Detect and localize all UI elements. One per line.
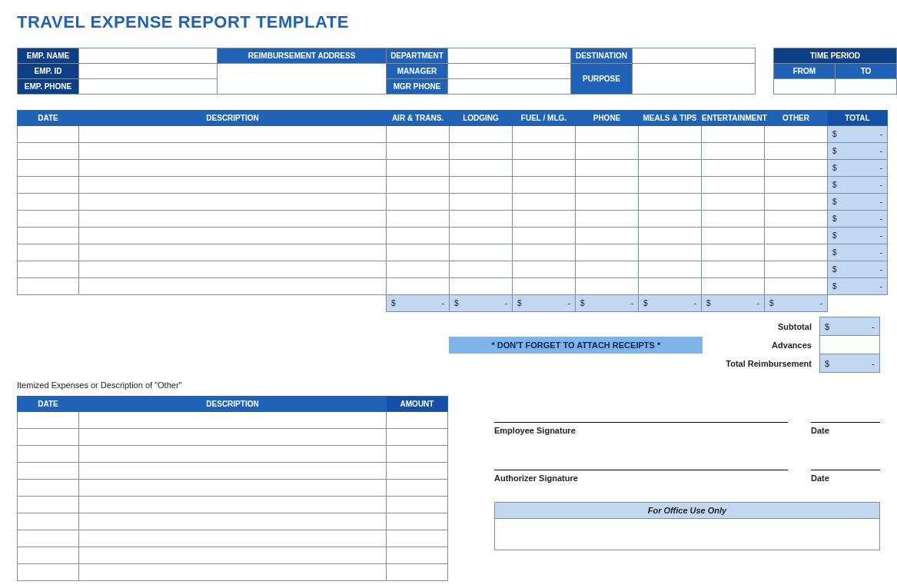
expense-cell[interactable]: [79, 160, 387, 177]
other-cell[interactable]: [18, 564, 79, 581]
authorizer-signature-line[interactable]: Authorizer Signature: [494, 470, 788, 483]
to-field[interactable]: [836, 79, 897, 95]
destination-field[interactable]: [633, 48, 756, 64]
other-cell[interactable]: [18, 530, 79, 547]
expense-cell[interactable]: [513, 244, 576, 261]
other-cell[interactable]: [79, 412, 387, 429]
other-cell[interactable]: [79, 513, 387, 530]
employee-signature-line[interactable]: Employee Signature: [494, 422, 788, 435]
expense-cell[interactable]: [702, 177, 765, 194]
other-cell[interactable]: [18, 446, 79, 463]
expense-cell[interactable]: [387, 261, 450, 278]
expense-cell[interactable]: [765, 261, 828, 278]
expense-cell[interactable]: [639, 143, 702, 160]
expense-cell[interactable]: [450, 278, 513, 295]
emp-phone-field[interactable]: [79, 79, 218, 95]
expense-cell[interactable]: [387, 211, 450, 228]
expense-cell[interactable]: [18, 126, 79, 143]
expense-cell[interactable]: [702, 126, 765, 143]
expense-cell[interactable]: [79, 194, 387, 211]
other-cell[interactable]: [79, 446, 387, 463]
other-cell[interactable]: [387, 513, 448, 530]
other-cell[interactable]: [18, 513, 79, 530]
employee-sig-date-line[interactable]: Date: [811, 422, 880, 435]
expense-cell[interactable]: [450, 244, 513, 261]
other-cell[interactable]: [18, 497, 79, 513]
emp-name-field[interactable]: [79, 48, 218, 64]
other-cell[interactable]: [387, 412, 448, 429]
expense-cell[interactable]: [513, 143, 576, 160]
expense-cell[interactable]: [576, 194, 639, 211]
expense-cell[interactable]: [576, 143, 639, 160]
other-cell[interactable]: [18, 480, 79, 497]
expense-cell[interactable]: [387, 244, 450, 261]
expense-cell[interactable]: [765, 143, 828, 160]
expense-cell[interactable]: [765, 194, 828, 211]
expense-cell[interactable]: [639, 194, 702, 211]
expense-cell[interactable]: [450, 177, 513, 194]
from-field[interactable]: [774, 79, 836, 95]
department-field[interactable]: [448, 48, 571, 64]
expense-cell[interactable]: [639, 160, 702, 177]
expense-cell[interactable]: [79, 228, 387, 244]
expense-cell[interactable]: [18, 211, 79, 228]
expense-cell[interactable]: [576, 261, 639, 278]
expense-cell[interactable]: [576, 126, 639, 143]
other-cell[interactable]: [79, 530, 387, 547]
expense-cell[interactable]: [450, 194, 513, 211]
expense-cell[interactable]: [387, 126, 450, 143]
expense-cell[interactable]: [18, 177, 79, 194]
expense-cell[interactable]: [387, 194, 450, 211]
other-cell[interactable]: [387, 446, 448, 463]
reimb-address-field[interactable]: [218, 64, 387, 95]
expense-cell[interactable]: [387, 160, 450, 177]
authorizer-sig-date-line[interactable]: Date: [811, 470, 880, 483]
expense-cell[interactable]: [639, 261, 702, 278]
expense-cell[interactable]: [576, 160, 639, 177]
expense-cell[interactable]: [513, 194, 576, 211]
expense-cell[interactable]: [513, 177, 576, 194]
expense-cell[interactable]: [639, 278, 702, 295]
mgr-phone-field[interactable]: [448, 79, 571, 95]
emp-id-field[interactable]: [79, 64, 218, 79]
other-cell[interactable]: [79, 564, 387, 581]
expense-cell[interactable]: [18, 228, 79, 244]
other-cell[interactable]: [387, 480, 448, 497]
other-cell[interactable]: [18, 547, 79, 564]
expense-cell[interactable]: [513, 278, 576, 295]
expense-cell[interactable]: [765, 177, 828, 194]
expense-cell[interactable]: [702, 143, 765, 160]
expense-cell[interactable]: [576, 244, 639, 261]
expense-cell[interactable]: [450, 160, 513, 177]
expense-cell[interactable]: [79, 261, 387, 278]
manager-field[interactable]: [448, 64, 571, 79]
expense-cell[interactable]: [450, 261, 513, 278]
expense-cell[interactable]: [702, 160, 765, 177]
expense-cell[interactable]: [765, 211, 828, 228]
other-cell[interactable]: [387, 564, 448, 581]
expense-cell[interactable]: [765, 228, 828, 244]
expense-cell[interactable]: [79, 177, 387, 194]
other-cell[interactable]: [387, 547, 448, 564]
other-cell[interactable]: [18, 429, 79, 446]
expense-cell[interactable]: [702, 228, 765, 244]
expense-cell[interactable]: [513, 160, 576, 177]
expense-cell[interactable]: [702, 244, 765, 261]
expense-cell[interactable]: [18, 278, 79, 295]
other-cell[interactable]: [18, 412, 79, 429]
advances-value[interactable]: [819, 336, 879, 354]
expense-cell[interactable]: [702, 194, 765, 211]
purpose-field[interactable]: [633, 64, 756, 95]
expense-cell[interactable]: [387, 177, 450, 194]
expense-cell[interactable]: [639, 244, 702, 261]
expense-cell[interactable]: [387, 278, 450, 295]
other-cell[interactable]: [79, 497, 387, 513]
expense-cell[interactable]: [79, 211, 387, 228]
expense-cell[interactable]: [79, 244, 387, 261]
expense-cell[interactable]: [79, 278, 387, 295]
expense-cell[interactable]: [576, 228, 639, 244]
expense-cell[interactable]: [450, 228, 513, 244]
expense-cell[interactable]: [79, 143, 387, 160]
expense-cell[interactable]: [702, 261, 765, 278]
expense-cell[interactable]: [18, 244, 79, 261]
